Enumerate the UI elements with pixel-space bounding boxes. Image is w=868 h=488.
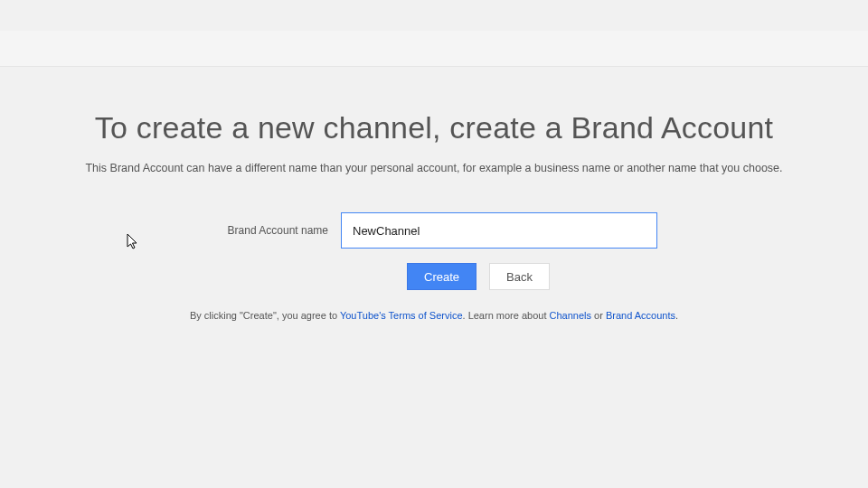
main-content: To create a new channel, create a Brand … [0,67,868,321]
legal-prefix: By clicking "Create", you agree to [190,310,340,321]
header-band [0,31,868,67]
legal-suffix: . [675,310,678,321]
brand-account-name-input[interactable] [341,212,657,249]
legal-or: or [591,310,606,321]
button-row: Create Back [407,263,868,290]
legal-text: By clicking "Create", you agree to YouTu… [0,310,868,321]
channels-link[interactable]: Channels [550,310,591,321]
create-button[interactable]: Create [407,263,476,290]
legal-mid: . Learn more about [463,310,550,321]
brand-accounts-link[interactable]: Brand Accounts [606,310,675,321]
page-subtitle: This Brand Account can have a different … [0,162,868,174]
page-title: To create a new channel, create a Brand … [0,110,868,145]
form-row: Brand Account name [0,212,868,249]
back-button[interactable]: Back [489,263,550,290]
brand-account-name-label: Brand Account name [211,224,328,237]
terms-of-service-link[interactable]: YouTube's Terms of Service [340,310,463,321]
